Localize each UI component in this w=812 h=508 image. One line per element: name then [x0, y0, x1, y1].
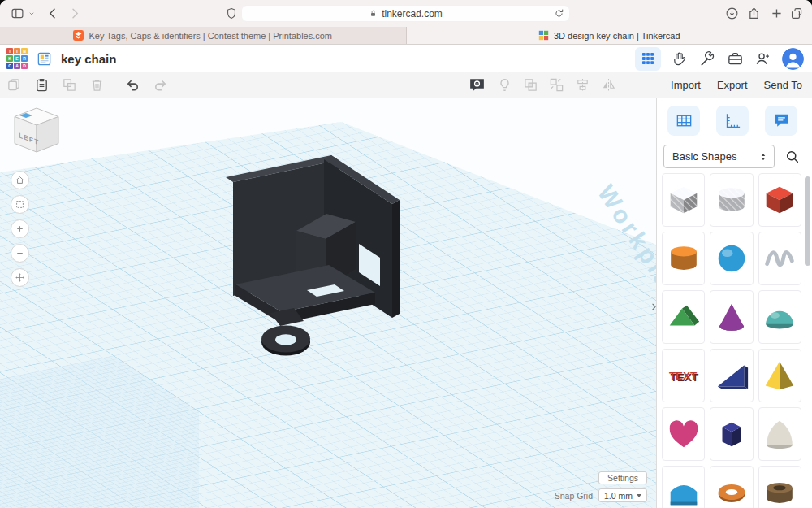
forward-icon[interactable] [68, 7, 81, 20]
group-icon[interactable] [523, 77, 538, 93]
tab-title: 3D design key chain | Tinkercad [554, 31, 680, 41]
duplicate-icon[interactable] [62, 77, 77, 93]
shapes-grid: TEXTTEXT [662, 173, 801, 508]
privacy-shield-icon[interactable] [225, 7, 238, 20]
perspective-button[interactable] [11, 268, 29, 287]
align-icon[interactable] [575, 77, 590, 93]
copy-icon[interactable] [6, 77, 22, 93]
view-controls [11, 171, 29, 287]
browser-window: tinkercad.com Key Tags, Caps & identifie… [0, 0, 812, 508]
logo-cell: A [14, 63, 20, 69]
shape-text[interactable]: TEXTTEXT [662, 349, 705, 402]
paste-icon[interactable] [34, 77, 50, 93]
logo-cell: C [6, 63, 13, 69]
axes-icon [15, 272, 25, 283]
shape-scribble[interactable] [758, 232, 801, 285]
select-arrows-icon [758, 152, 768, 162]
zoom-out-button[interactable] [11, 244, 29, 263]
snap-grid-label: Snap Grid [555, 491, 593, 501]
shape-cylinder[interactable] [662, 232, 705, 285]
briefcase-icon[interactable] [727, 50, 744, 67]
address-bar[interactable]: tinkercad.com [241, 5, 570, 22]
share-icon[interactable] [747, 7, 761, 20]
tab-bar: Key Tags, Caps & identifiers | Contest t… [0, 27, 812, 45]
fit-view-button[interactable] [11, 195, 29, 214]
shape-box-hole-[interactable] [662, 173, 705, 227]
hand-icon[interactable] [672, 50, 689, 67]
downloads-icon[interactable] [725, 7, 739, 20]
logo-cell: T [6, 48, 13, 54]
designs-list-icon[interactable] [37, 51, 52, 67]
category-label: Basic Shapes [672, 150, 737, 163]
new-tab-icon[interactable] [770, 7, 784, 20]
shape-box[interactable] [758, 173, 801, 227]
3d-viewport[interactable]: Workplane [0, 98, 656, 508]
snap-grid-select[interactable]: 1.0 mm [598, 488, 647, 502]
shape-category-select[interactable]: Basic Shapes [663, 145, 775, 168]
invite-person-icon[interactable] [754, 50, 771, 67]
show-all-icon[interactable] [497, 77, 512, 93]
shape-cylinder-hole-[interactable] [710, 173, 753, 227]
zoom-in-icon [15, 224, 25, 234]
sidebar-toggle-icon[interactable] [11, 7, 24, 20]
grid-icon [641, 51, 655, 66]
zoom-out-icon [15, 248, 25, 258]
design-title[interactable]: key chain [61, 52, 116, 66]
3d-canvas[interactable]: Workplane [0, 98, 656, 508]
chevron-down-icon[interactable] [28, 10, 36, 18]
shape-roof[interactable] [662, 290, 705, 344]
back-icon[interactable] [46, 7, 59, 20]
shape-sphere[interactable] [710, 232, 753, 285]
shape-polygon[interactable] [710, 407, 753, 461]
send-to-button[interactable]: Send To [764, 79, 802, 91]
shape-torus[interactable] [710, 466, 753, 508]
shape-pyramid[interactable] [758, 349, 801, 402]
workplane-tool[interactable] [667, 106, 700, 136]
profile-avatar[interactable] [782, 48, 804, 70]
workplane-grid-icon [675, 111, 693, 130]
shape-tube[interactable] [758, 466, 801, 508]
shape-cone[interactable] [710, 290, 753, 344]
ungroup-icon[interactable] [549, 77, 564, 93]
mirror-icon[interactable] [601, 77, 616, 93]
delete-icon[interactable] [89, 77, 105, 93]
logo-cell: K [6, 55, 13, 62]
snap-grid-value: 1.0 mm [604, 491, 633, 501]
zoom-in-button[interactable] [11, 219, 29, 238]
notes-tool[interactable] [765, 106, 797, 136]
ruler-icon [723, 111, 742, 130]
view-cube[interactable]: LEFT [10, 106, 63, 155]
logo-cell: D [21, 63, 28, 69]
main-area: Workplane [0, 98, 812, 508]
ruler-tool[interactable] [716, 106, 749, 136]
tinkercad-logo[interactable]: TINKERCAD [6, 48, 28, 69]
snap-grid-row: Snap Grid 1.0 mm [555, 488, 647, 502]
tab-overview-icon[interactable] [790, 7, 804, 20]
logo-cell: I [14, 48, 20, 54]
settings-button[interactable]: Settings [598, 471, 647, 484]
import-button[interactable]: Import [671, 79, 701, 91]
shape-heart[interactable] [662, 407, 705, 461]
browser-toolbar: tinkercad.com [0, 0, 812, 27]
edit-toolbar: Import Export Send To [0, 72, 812, 98]
shape-paraboloid[interactable] [758, 407, 801, 461]
notes-toggle-icon[interactable] [468, 76, 486, 94]
tab-printables[interactable]: Key Tags, Caps & identifiers | Contest t… [0, 27, 407, 44]
search-shapes-button[interactable] [780, 145, 806, 168]
export-button[interactable]: Export [717, 79, 748, 91]
shape-half-sphere[interactable] [758, 290, 801, 344]
refresh-icon[interactable] [554, 8, 564, 19]
tab-tinkercad[interactable]: 3D design key chain | Tinkercad [407, 27, 812, 44]
panel-scrollbar[interactable] [805, 176, 810, 266]
shape-round-roof[interactable] [662, 466, 705, 508]
shape-wedge[interactable] [710, 349, 753, 402]
wrench-icon[interactable] [699, 50, 716, 67]
home-view-button[interactable] [11, 171, 29, 189]
redo-icon[interactable] [153, 77, 168, 93]
undo-icon[interactable] [125, 77, 140, 93]
shapes-panel-button[interactable] [635, 47, 661, 71]
lock-icon [369, 9, 378, 18]
app-header: TINKERCAD key chain [0, 45, 812, 72]
url-text: tinkercad.com [382, 8, 443, 20]
caret-down-icon [637, 494, 641, 497]
